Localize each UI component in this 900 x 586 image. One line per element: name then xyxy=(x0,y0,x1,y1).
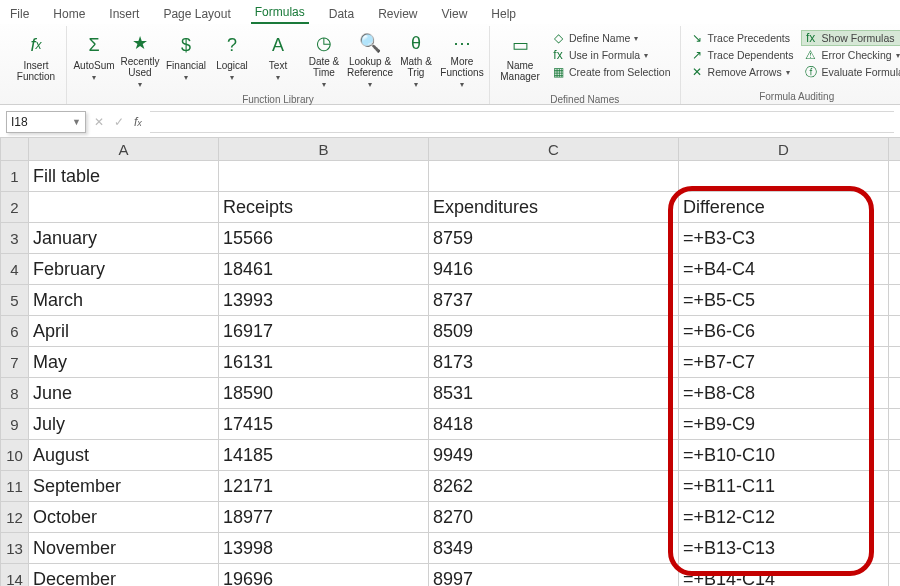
trace-dependents-button[interactable]: ↗Trace Dependents xyxy=(687,47,797,63)
cell[interactable]: =+B8-C8 xyxy=(679,378,889,409)
cell[interactable]: September xyxy=(29,471,219,502)
cell[interactable]: Expenditures xyxy=(429,192,679,223)
cell[interactable]: =+B12-C12 xyxy=(679,502,889,533)
cell[interactable]: January xyxy=(29,223,219,254)
tab-file[interactable]: File xyxy=(6,5,33,24)
row-header[interactable]: 10 xyxy=(1,440,29,471)
cell[interactable]: =+B11-C11 xyxy=(679,471,889,502)
cell[interactable] xyxy=(889,440,901,471)
tab-home[interactable]: Home xyxy=(49,5,89,24)
cell[interactable] xyxy=(889,192,901,223)
cell[interactable] xyxy=(679,161,889,192)
cell[interactable] xyxy=(889,564,901,587)
tab-data[interactable]: Data xyxy=(325,5,358,24)
row-header[interactable]: 9 xyxy=(1,409,29,440)
trace-precedents-button[interactable]: ↘Trace Precedents xyxy=(687,30,797,46)
lookup---reference-button[interactable]: 🔍Lookup &Reference▾ xyxy=(349,30,391,92)
define-name-button[interactable]: ◇ Define Name ▾ xyxy=(548,30,674,46)
cell[interactable] xyxy=(889,316,901,347)
tab-insert[interactable]: Insert xyxy=(105,5,143,24)
check-icon[interactable]: ✓ xyxy=(114,115,124,129)
row-header[interactable]: 3 xyxy=(1,223,29,254)
row-header[interactable]: 6 xyxy=(1,316,29,347)
tab-help[interactable]: Help xyxy=(487,5,520,24)
cell[interactable]: 9949 xyxy=(429,440,679,471)
cell[interactable]: 12171 xyxy=(219,471,429,502)
cell[interactable] xyxy=(889,471,901,502)
corner-cell[interactable] xyxy=(1,138,29,161)
cell[interactable]: July xyxy=(29,409,219,440)
use-in-formula-button[interactable]: fx Use in Formula ▾ xyxy=(548,47,674,63)
cell[interactable]: 8173 xyxy=(429,347,679,378)
error-checking-button[interactable]: ⚠Error Checking▾ xyxy=(801,47,900,63)
cancel-icon[interactable]: ✕ xyxy=(94,115,104,129)
cell[interactable]: March xyxy=(29,285,219,316)
col-header-A[interactable]: A xyxy=(29,138,219,161)
row-header[interactable]: 11 xyxy=(1,471,29,502)
math---trig-button[interactable]: θMath &Trig▾ xyxy=(395,30,437,92)
cell[interactable]: 8270 xyxy=(429,502,679,533)
cell[interactable]: February xyxy=(29,254,219,285)
show-formulas-button[interactable]: fxShow Formulas xyxy=(801,30,900,46)
fx-icon[interactable]: fx xyxy=(134,115,142,129)
cell[interactable]: 8349 xyxy=(429,533,679,564)
text-button[interactable]: AText▾ xyxy=(257,30,299,92)
col-header-C[interactable]: C xyxy=(429,138,679,161)
more-functions-button[interactable]: ⋯MoreFunctions▾ xyxy=(441,30,483,92)
row-header[interactable]: 1 xyxy=(1,161,29,192)
cell[interactable]: 14185 xyxy=(219,440,429,471)
financial-button[interactable]: $Financial▾ xyxy=(165,30,207,92)
tab-page-layout[interactable]: Page Layout xyxy=(159,5,234,24)
cell[interactable]: April xyxy=(29,316,219,347)
cell[interactable]: 8418 xyxy=(429,409,679,440)
cell[interactable]: 8509 xyxy=(429,316,679,347)
cell[interactable] xyxy=(889,285,901,316)
cell[interactable]: Fill table xyxy=(29,161,219,192)
cell[interactable]: May xyxy=(29,347,219,378)
cell[interactable]: 13993 xyxy=(219,285,429,316)
cell[interactable]: =+B4-C4 xyxy=(679,254,889,285)
evaluate-formula-button[interactable]: ⓕEvaluate Formula xyxy=(801,64,900,80)
remove-arrows-button[interactable]: ✕Remove Arrows▾ xyxy=(687,64,797,80)
cell[interactable] xyxy=(429,161,679,192)
cell[interactable]: =+B5-C5 xyxy=(679,285,889,316)
cell[interactable]: Receipts xyxy=(219,192,429,223)
row-header[interactable]: 2 xyxy=(1,192,29,223)
cell[interactable] xyxy=(889,502,901,533)
row-header[interactable]: 12 xyxy=(1,502,29,533)
cell[interactable]: 19696 xyxy=(219,564,429,587)
cell[interactable]: 17415 xyxy=(219,409,429,440)
cell[interactable]: Difference xyxy=(679,192,889,223)
cell[interactable] xyxy=(889,223,901,254)
row-header[interactable]: 13 xyxy=(1,533,29,564)
cell[interactable]: 8759 xyxy=(429,223,679,254)
chevron-down-icon[interactable]: ▼ xyxy=(72,117,81,127)
cell[interactable] xyxy=(889,378,901,409)
cell[interactable]: =+B13-C13 xyxy=(679,533,889,564)
cell[interactable]: =+B3-C3 xyxy=(679,223,889,254)
date---time-button[interactable]: ◷Date &Time▾ xyxy=(303,30,345,92)
cell[interactable]: August xyxy=(29,440,219,471)
tab-view[interactable]: View xyxy=(438,5,472,24)
tab-review[interactable]: Review xyxy=(374,5,421,24)
recently-used-button[interactable]: ★RecentlyUsed▾ xyxy=(119,30,161,92)
cell[interactable]: 18977 xyxy=(219,502,429,533)
cell[interactable]: October xyxy=(29,502,219,533)
row-header[interactable]: 14 xyxy=(1,564,29,587)
cell[interactable]: =+B7-C7 xyxy=(679,347,889,378)
cell[interactable]: 18461 xyxy=(219,254,429,285)
cell[interactable] xyxy=(889,161,901,192)
cell[interactable]: =+B9-C9 xyxy=(679,409,889,440)
cell[interactable]: 8262 xyxy=(429,471,679,502)
insert-function-button[interactable]: fx InsertFunction xyxy=(12,30,60,92)
create-from-selection-button[interactable]: ▦ Create from Selection xyxy=(548,64,674,80)
cell[interactable]: =+B14-C14 xyxy=(679,564,889,587)
cell[interactable]: 8737 xyxy=(429,285,679,316)
cell[interactable]: 16131 xyxy=(219,347,429,378)
cell[interactable] xyxy=(889,254,901,285)
cell[interactable] xyxy=(889,409,901,440)
row-header[interactable]: 5 xyxy=(1,285,29,316)
row-header[interactable]: 7 xyxy=(1,347,29,378)
col-header-B[interactable]: B xyxy=(219,138,429,161)
col-header-D[interactable]: D xyxy=(679,138,889,161)
